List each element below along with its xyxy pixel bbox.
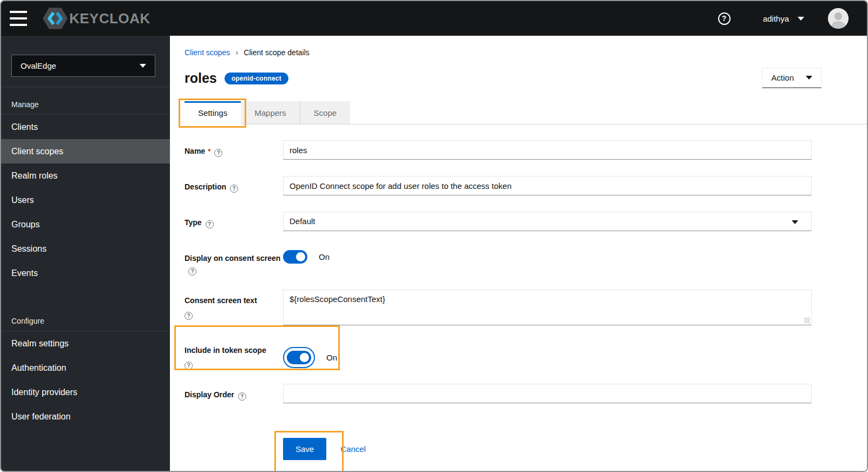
keycloak-logo: KEYCLOAK	[42, 7, 150, 30]
chevron-down-icon	[798, 17, 804, 21]
keycloak-logo-icon	[42, 7, 68, 30]
form-actions: Save Cancel	[283, 438, 812, 460]
description-label: Description	[185, 176, 283, 193]
display-on-consent-row: Display on consent screen On	[185, 247, 812, 276]
description-field-row: Description	[185, 176, 812, 195]
required-asterisk	[205, 147, 211, 155]
include-in-token-label: Include in token scope	[185, 345, 283, 370]
type-field-row: Type Default	[185, 212, 812, 231]
name-field-row: Name	[185, 140, 812, 160]
include-in-token-state: On	[326, 353, 337, 362]
consent-text-textarea[interactable]: ${rolesScopeConsentText}	[283, 290, 812, 325]
consent-text-label: Consent screen text	[185, 290, 283, 320]
tab-settings[interactable]: Settings	[185, 101, 241, 124]
breadcrumb-client-scopes-link[interactable]: Client scopes	[185, 48, 230, 57]
cancel-link[interactable]: Cancel	[340, 444, 366, 454]
include-in-token-toggle[interactable]	[287, 351, 311, 364]
tab-mappers-label: Mappers	[254, 108, 286, 117]
chevron-down-icon	[806, 76, 812, 80]
realm-selector-value: OvalEdge	[21, 61, 56, 70]
display-order-row: Display Order	[185, 384, 812, 403]
sidebar-item-users[interactable]: Users	[1, 188, 170, 212]
breadcrumb: Client scopes Client scope details	[185, 48, 867, 57]
tab-scope[interactable]: Scope	[300, 101, 351, 124]
toggle-focus-ring	[283, 347, 315, 368]
username: adithya	[763, 14, 789, 23]
app-window: KEYCLOAK adithya OvalEdge Manage	[0, 0, 868, 472]
breadcrumb-separator-icon	[235, 48, 238, 57]
display-order-label: Display Order	[185, 384, 283, 401]
tab-scope-label: Scope	[314, 108, 337, 117]
help-icon[interactable]	[238, 392, 246, 401]
display-on-consent-state: On	[319, 252, 330, 261]
nav-group-label-configure: Configure	[1, 304, 170, 331]
chevron-down-icon	[792, 220, 798, 224]
app-title: KEYCLOAK	[69, 10, 150, 27]
consent-text-row: Consent screen text ${rolesScopeConsentT…	[185, 290, 812, 325]
page-title: roles	[185, 70, 217, 86]
help-icon[interactable]	[185, 312, 193, 320]
sidebar-item-groups[interactable]: Groups	[1, 212, 170, 237]
display-order-input[interactable]	[283, 384, 812, 403]
hamburger-menu-icon[interactable]	[10, 11, 27, 26]
sidebar-item-realm-settings[interactable]: Realm settings	[1, 331, 170, 356]
top-header: KEYCLOAK adithya	[1, 1, 867, 36]
display-on-consent-label: Display on consent screen	[185, 247, 283, 276]
nav-group-label-manage: Manage	[1, 87, 170, 115]
sidebar-item-client-scopes[interactable]: Client scopes	[1, 139, 170, 163]
save-button[interactable]: Save	[283, 438, 326, 460]
realm-selector[interactable]: OvalEdge	[11, 55, 155, 77]
type-select[interactable]: Default	[283, 212, 812, 231]
help-icon[interactable]	[230, 185, 238, 193]
protocol-badge: openid-connect	[225, 73, 288, 84]
sidebar-item-realm-roles[interactable]: Realm roles	[1, 163, 170, 188]
name-label: Name	[185, 140, 283, 157]
help-icon[interactable]	[718, 12, 731, 25]
resize-handle[interactable]	[804, 317, 810, 323]
breadcrumb-current: Client scope details	[244, 48, 309, 57]
type-label: Type	[185, 212, 283, 228]
name-input[interactable]	[283, 140, 812, 160]
include-in-token-row: Include in token scope On	[185, 338, 812, 376]
tab-settings-label: Settings	[198, 108, 227, 117]
sidebar-item-clients[interactable]: Clients	[1, 115, 170, 139]
nav-group-configure: Configure Realm settings Authentication …	[1, 304, 170, 429]
description-input[interactable]	[283, 176, 812, 195]
sidebar: OvalEdge Manage Clients Client scopes Re…	[1, 36, 170, 471]
action-dropdown-label: Action	[771, 73, 794, 82]
tab-bar: Settings Mappers Scope	[185, 101, 867, 124]
help-icon[interactable]	[185, 362, 193, 370]
display-on-consent-toggle[interactable]	[283, 250, 307, 264]
help-icon[interactable]	[214, 149, 222, 157]
help-icon[interactable]	[206, 220, 214, 228]
avatar[interactable]	[828, 8, 849, 29]
settings-form: Name Description Type	[185, 140, 867, 460]
help-icon[interactable]	[188, 267, 196, 276]
action-dropdown-button[interactable]: Action	[762, 68, 821, 88]
sidebar-item-user-federation[interactable]: User federation	[1, 404, 170, 429]
chevron-down-icon	[140, 64, 146, 68]
type-select-value: Default	[290, 217, 315, 226]
sidebar-item-authentication[interactable]: Authentication	[1, 356, 170, 380]
sidebar-item-identity-providers[interactable]: Identity providers	[1, 380, 170, 404]
sidebar-item-events[interactable]: Events	[1, 261, 170, 285]
main-content: Client scopes Client scope details roles…	[170, 36, 867, 471]
user-menu[interactable]: adithya	[763, 14, 804, 23]
sidebar-item-sessions[interactable]: Sessions	[1, 237, 170, 261]
tab-mappers[interactable]: Mappers	[241, 101, 299, 124]
nav-group-manage: Manage Clients Client scopes Realm roles…	[1, 87, 170, 285]
